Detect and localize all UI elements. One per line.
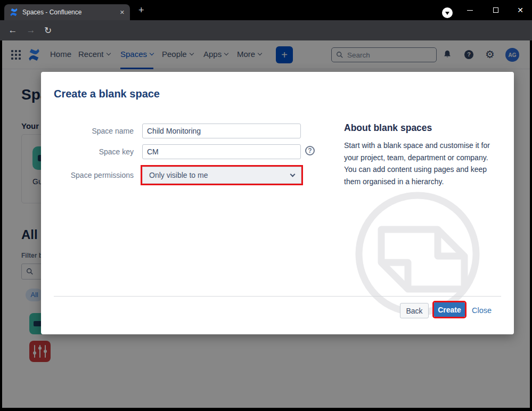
media-controls-icon[interactable] <box>442 7 453 18</box>
space-name-label: Space name <box>54 127 134 135</box>
back-button[interactable]: Back <box>400 303 429 318</box>
browser-titlebar: Spaces - Confluence ✕ + ✕ <box>0 0 532 20</box>
back-icon[interactable]: ← <box>5 20 20 40</box>
about-body: Start with a blank space and customise i… <box>344 139 491 187</box>
create-space-modal: Create a blank space Space name Space ke… <box>41 72 514 334</box>
reload-icon[interactable]: ↻ <box>40 20 55 40</box>
about-heading: About blank spaces <box>344 122 432 134</box>
new-tab-icon[interactable]: + <box>138 6 144 14</box>
minimize-icon[interactable] <box>458 0 481 20</box>
forward-icon: → <box>23 20 38 40</box>
browser-toolbar: ← → ↻ alphrguides.atlassian.net/wiki/spa… <box>0 20 532 40</box>
browser-tab[interactable]: Spaces - Confluence ✕ <box>4 4 130 20</box>
modal-footer-divider <box>54 296 501 297</box>
question-help-icon[interactable]: ? <box>305 146 315 155</box>
modal-title: Create a blank space <box>54 88 160 100</box>
create-button[interactable]: Create <box>434 302 465 317</box>
selected-permission: Only visible to me <box>149 171 208 179</box>
close-window-icon[interactable]: ✕ <box>509 0 532 20</box>
space-permissions-select[interactable]: Only visible to me <box>142 167 301 184</box>
annotation-highlight-box: Create <box>432 301 466 318</box>
annotation-highlight-box: Only visible to me <box>141 165 303 185</box>
space-key-label: Space key <box>54 147 134 156</box>
tab-title: Spaces - Confluence <box>22 9 120 16</box>
tab-close-icon[interactable]: ✕ <box>120 9 125 16</box>
close-link[interactable]: Close <box>472 306 492 315</box>
chevron-down-icon <box>290 172 296 177</box>
space-permissions-label: Space permissions <box>54 171 134 179</box>
space-name-input[interactable] <box>142 124 301 138</box>
maximize-icon[interactable] <box>484 0 508 20</box>
space-key-input[interactable] <box>142 144 301 159</box>
confluence-favicon-icon <box>10 8 18 17</box>
